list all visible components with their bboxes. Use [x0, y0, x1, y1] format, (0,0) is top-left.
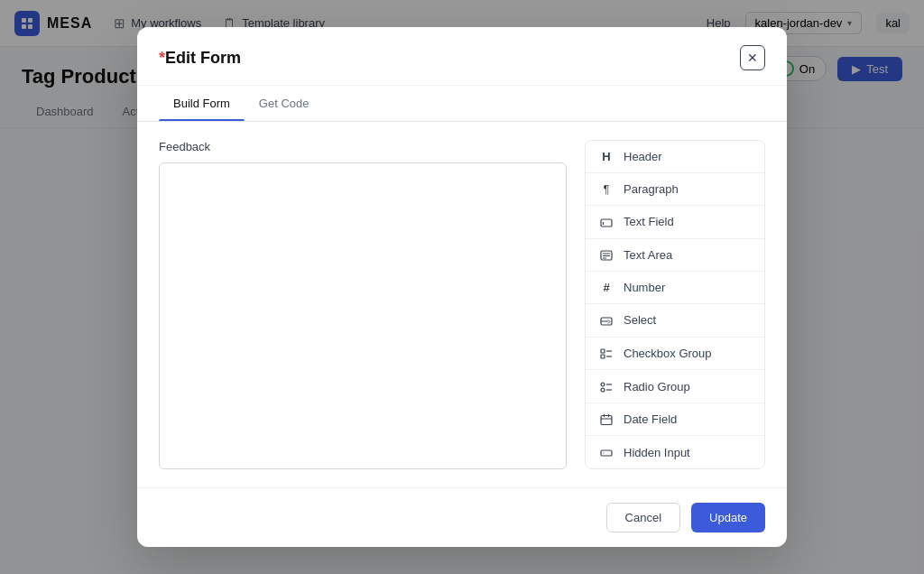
component-paragraph[interactable]: ¶ Paragraph: [586, 173, 764, 206]
svg-rect-13: [601, 355, 605, 358]
component-number[interactable]: # Number: [586, 272, 764, 304]
svg-point-16: [601, 383, 605, 386]
tab-get-code[interactable]: Get Code: [245, 86, 324, 121]
component-radio-group-label: Radio Group: [624, 380, 690, 393]
svg-point-17: [601, 388, 605, 392]
component-select[interactable]: Select: [586, 304, 764, 338]
tab-build-form[interactable]: Build Form: [159, 86, 245, 121]
text-field-icon: [598, 215, 614, 229]
cancel-button[interactable]: Cancel: [606, 503, 680, 532]
modal-tabs: Build Form Get Code: [137, 86, 787, 122]
modal-footer: Cancel Update: [137, 487, 787, 547]
form-label: Feedback: [159, 140, 567, 153]
component-hidden-input[interactable]: Hidden Input: [586, 436, 764, 468]
svg-rect-12: [601, 349, 605, 353]
component-select-label: Select: [624, 313, 656, 327]
component-checkbox-group-label: Checkbox Group: [624, 347, 712, 360]
svg-rect-24: [601, 450, 612, 456]
radio-group-icon: [598, 379, 614, 393]
edit-form-modal: *Edit Form ✕ Build Form Get Code Feedbac…: [137, 27, 787, 547]
component-radio-group[interactable]: Radio Group: [586, 370, 764, 403]
paragraph-icon: ¶: [598, 182, 614, 196]
component-header-label: Header: [624, 150, 662, 163]
modal-body: Feedback H Header ¶ Paragraph: [137, 122, 787, 487]
component-text-area[interactable]: Text Area: [586, 239, 764, 273]
component-paragraph-label: Paragraph: [624, 182, 679, 196]
svg-rect-20: [601, 416, 612, 425]
required-indicator: *: [159, 49, 165, 67]
text-area-icon: [598, 248, 614, 263]
form-area: Feedback: [159, 140, 567, 469]
component-text-area-label: Text Area: [624, 248, 672, 262]
modal-header: *Edit Form ✕: [137, 27, 787, 86]
modal-overlay: *Edit Form ✕ Build Form Get Code Feedbac…: [0, 0, 924, 574]
component-date-field-label: Date Field: [624, 412, 677, 426]
svg-rect-4: [601, 219, 612, 227]
modal-close-button[interactable]: ✕: [740, 45, 765, 70]
number-icon: #: [598, 281, 614, 294]
update-button[interactable]: Update: [691, 503, 765, 532]
component-text-field[interactable]: Text Field: [586, 206, 764, 239]
header-icon: H: [598, 150, 614, 163]
component-date-field[interactable]: Date Field: [586, 403, 764, 437]
component-hidden-input-label: Hidden Input: [624, 446, 690, 459]
select-icon: [598, 313, 614, 328]
modal-title: *Edit Form: [159, 49, 241, 68]
component-number-label: Number: [624, 281, 665, 294]
component-text-field-label: Text Field: [624, 215, 674, 228]
hidden-input-icon: [598, 445, 614, 459]
components-panel: H Header ¶ Paragraph Text Field: [585, 140, 765, 469]
component-header[interactable]: H Header: [586, 141, 764, 173]
checkbox-group-icon: [598, 347, 614, 361]
date-field-icon: [598, 412, 614, 427]
component-checkbox-group[interactable]: Checkbox Group: [586, 338, 764, 371]
feedback-textarea[interactable]: [159, 162, 567, 469]
